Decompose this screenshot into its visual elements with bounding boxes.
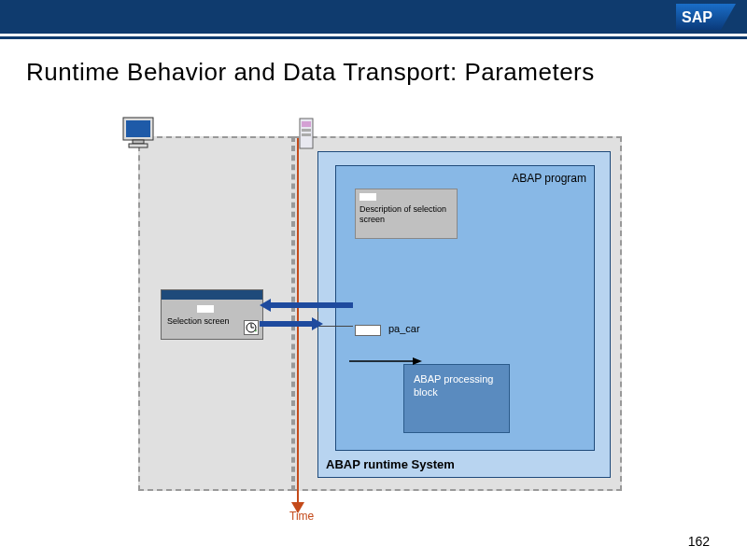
selection-screen-description-box: Description of selection screen [355, 189, 458, 239]
data-flow-arrow-to-server [260, 317, 353, 334]
svg-marker-17 [312, 317, 323, 330]
flow-arrow-to-processing-block [349, 353, 424, 370]
svg-rect-8 [302, 121, 311, 127]
execute-icon [244, 320, 259, 335]
svg-rect-5 [133, 140, 144, 144]
selection-screen-titlebar [162, 290, 262, 300]
header-divider [0, 34, 747, 39]
svg-rect-14 [269, 302, 353, 308]
page-number: 162 [688, 534, 710, 549]
parameter-name-label: pa_car [388, 323, 420, 334]
processing-block-label: ABAP processing block [414, 372, 500, 399]
svg-rect-4 [126, 120, 150, 137]
svg-rect-9 [302, 129, 311, 132]
description-field-icon [359, 193, 376, 201]
svg-marker-19 [413, 357, 422, 365]
slide-title: Runtime Behavior and Data Transport: Par… [26, 58, 747, 87]
header-bar: SAP [0, 0, 747, 34]
parameter-field [355, 325, 381, 336]
diagram-canvas: Time ABAP runtime System ABAP program De… [0, 112, 747, 523]
time-axis-label: Time [289, 510, 314, 523]
sap-logo: SAP [676, 4, 736, 30]
svg-marker-15 [260, 299, 271, 312]
selection-screen-box: Selection screen [161, 289, 263, 340]
svg-text:SAP: SAP [682, 9, 712, 25]
monitor-icon [121, 116, 159, 155]
abap-program-label: ABAP program [512, 172, 586, 185]
selection-screen-label: Selection screen [167, 316, 230, 327]
svg-rect-10 [302, 133, 311, 136]
svg-rect-6 [129, 144, 148, 147]
abap-runtime-label: ABAP runtime System [326, 457, 455, 471]
abap-program-panel: ABAP program Description of selection sc… [335, 165, 595, 451]
server-icon [299, 118, 316, 155]
description-box-label: Description of selection screen [359, 204, 453, 225]
abap-runtime-panel: ABAP runtime System ABAP program Descrip… [317, 151, 611, 478]
selection-screen-field-icon [197, 305, 214, 313]
abap-processing-block: ABAP processing block [403, 364, 510, 433]
svg-rect-16 [260, 321, 314, 327]
data-flow-arrow-to-client [260, 299, 353, 315]
